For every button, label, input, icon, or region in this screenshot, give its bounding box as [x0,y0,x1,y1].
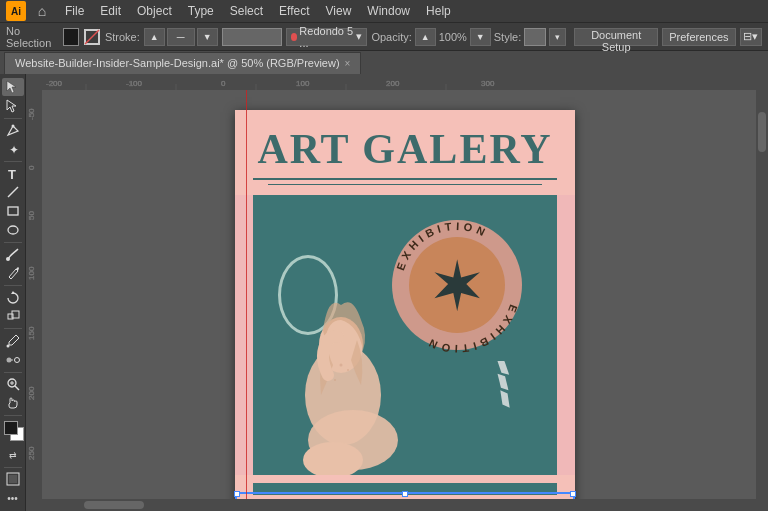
swap-colors-btn[interactable]: ⇄ [2,446,24,464]
stroke-down-btn[interactable]: ▼ [197,28,218,46]
svg-text:200: 200 [27,386,36,400]
horizontal-scrollbar[interactable] [42,499,756,511]
svg-marker-58 [495,390,515,408]
menu-edit[interactable]: Edit [93,2,128,20]
stroke-controls: ▲ ─ ▼ [144,28,218,46]
svg-point-8 [8,226,18,234]
guide-line-vertical-red [246,90,247,499]
font-selector[interactable]: Redondo 5 ... ▾ [286,28,368,46]
tool-separator-8 [4,467,22,468]
menu-type[interactable]: Type [181,2,221,20]
divider-bar [253,483,557,495]
poster-main-section: EXHIBITION EXHIBITION [253,195,557,475]
tool-separator-4 [4,285,22,286]
opacity-down-btn[interactable]: ▼ [470,28,491,46]
svg-text:200: 200 [386,79,400,88]
tool-separator-7 [4,415,22,416]
arrange-button[interactable]: ⊟▾ [740,28,762,46]
menu-effect[interactable]: Effect [272,2,316,20]
stroke-up-btn[interactable]: ▲ [144,28,165,46]
style-selector[interactable] [524,28,546,46]
document-tab[interactable]: Website-Builder-Insider-Sample-Design.ai… [4,52,361,74]
fill-color-swatch[interactable] [63,28,79,46]
svg-point-55 [334,379,336,381]
svg-marker-10 [11,291,15,294]
poster-top-section: ART GALERY [235,110,575,195]
menu-object[interactable]: Object [130,2,179,20]
svg-text:100: 100 [27,266,36,280]
svg-point-13 [6,344,9,347]
pencil-tool-btn[interactable] [2,264,24,282]
svg-text:0: 0 [221,79,226,88]
svg-marker-2 [7,100,16,112]
pen-tool-btn[interactable] [2,121,24,139]
svg-rect-7 [8,207,18,215]
svg-text:-100: -100 [126,79,143,88]
toolbar: No Selection Stroke: ▲ ─ ▼ Redondo 5 ...… [0,22,768,50]
svg-text:✦: ✦ [9,143,19,156]
svg-text:250: 250 [27,446,36,460]
scrollbar-thumb-v[interactable] [758,112,766,152]
menu-select[interactable]: Select [223,2,270,20]
scale-tool-btn[interactable] [2,308,24,326]
preferences-button[interactable]: Preferences [662,28,735,46]
svg-text:100: 100 [296,79,310,88]
line-tool-btn[interactable] [2,183,24,201]
menu-help[interactable]: Help [419,2,458,20]
svg-point-54 [347,369,349,371]
svg-point-15 [14,357,19,362]
anchor-tool-btn[interactable]: ✦ [2,140,24,158]
scrollbar-thumb-h[interactable] [84,501,144,509]
menu-file[interactable]: File [58,2,91,20]
poster-line-thick [253,178,557,180]
vertical-scrollbar[interactable] [756,90,768,511]
tab-title: Website-Builder-Insider-Sample-Design.ai… [15,57,340,69]
direct-select-tool-btn[interactable] [2,97,24,115]
canvas-area: -200 -100 0 100 200 300 -50 [26,74,768,511]
more-tools-btn[interactable]: ••• [2,489,24,507]
blend-tool-btn[interactable] [2,351,24,369]
stroke-weight-input[interactable] [222,28,282,46]
stroke-indicator[interactable] [83,28,101,46]
svg-marker-1 [7,81,16,93]
rectangle-tool-btn[interactable] [2,202,24,220]
opacity-value: 100% [439,31,467,43]
zoom-tool-btn[interactable] [2,375,24,393]
svg-rect-22 [9,475,17,483]
color-selector[interactable] [2,421,24,445]
doc-setup-button[interactable]: Document Setup [574,28,658,46]
eyedropper-tool-btn[interactable] [2,332,24,350]
vertical-ruler: -50 0 50 100 150 200 250 [26,74,42,511]
tool-separator-2 [4,161,22,162]
home-icon[interactable]: ⌂ [32,1,52,21]
foreground-color[interactable] [4,421,18,435]
rotate-tool-btn[interactable] [2,289,24,307]
tool-separator-1 [4,118,22,119]
hand-tool-btn[interactable] [2,394,24,412]
svg-text:50: 50 [27,211,36,220]
font-dropdown-icon: ▾ [356,30,362,43]
stroke-input[interactable]: ─ [167,28,195,46]
svg-text:0: 0 [27,165,36,170]
brush-tool-btn[interactable] [2,245,24,263]
poster: ART GALERY [235,110,575,511]
tab-bar: Website-Builder-Insider-Sample-Design.ai… [0,50,768,74]
style-dropdown-btn[interactable]: ▾ [549,28,566,46]
svg-rect-36 [26,74,42,511]
artboard[interactable]: ART GALERY [235,110,575,511]
opacity-up-btn[interactable]: ▲ [415,28,436,46]
menu-view[interactable]: View [319,2,359,20]
selection-tool-btn[interactable] [2,78,24,96]
type-tool-btn[interactable]: T [2,165,24,183]
svg-text:-200: -200 [46,79,63,88]
menu-window[interactable]: Window [360,2,417,20]
menu-bar: Ai ⌂ File Edit Object Type Select Effect… [0,0,768,22]
svg-text:150: 150 [27,326,36,340]
svg-point-14 [6,357,11,362]
tool-separator-5 [4,328,22,329]
drawing-mode-btn[interactable] [2,470,24,488]
svg-text:T: T [8,167,16,181]
tab-close-button[interactable]: × [345,58,351,69]
ellipse-tool-btn[interactable] [2,221,24,239]
selection-section: No Selection [6,25,59,49]
